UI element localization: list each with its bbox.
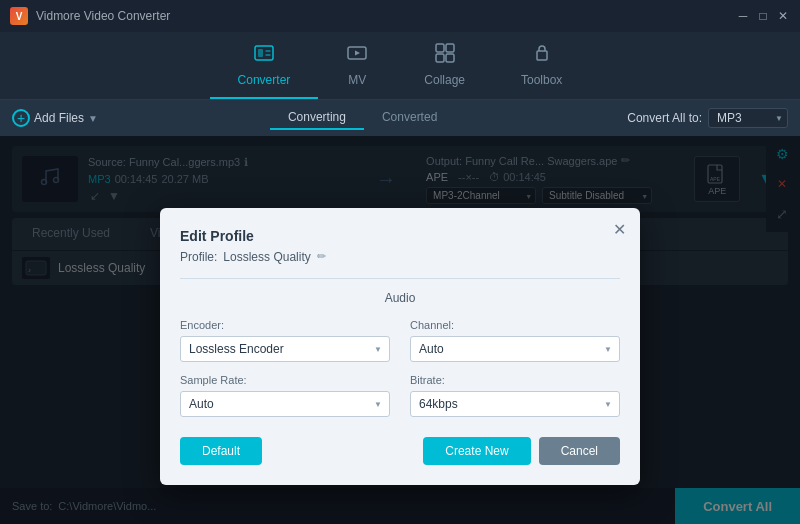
- dialog-close-button[interactable]: ✕: [613, 220, 626, 239]
- nav-tabs: Converter MV Collage Toolb: [0, 32, 800, 100]
- app-icon: V: [10, 7, 28, 25]
- tab-collage[interactable]: Collage: [396, 38, 493, 99]
- sample-rate-select[interactable]: Auto 44100 48000 96000: [180, 391, 390, 417]
- add-files-button[interactable]: + Add Files ▼: [12, 109, 98, 127]
- create-new-button[interactable]: Create New: [423, 437, 530, 465]
- mv-icon: [346, 42, 368, 69]
- bitrate-label: Bitrate:: [410, 374, 620, 386]
- encoder-label: Encoder:: [180, 319, 390, 331]
- convert-all-select-wrapper: MP3 MP4 AAC FLAC WAV APE: [708, 108, 788, 128]
- convert-all-label: Convert All to:: [627, 111, 702, 125]
- dialog-title: Edit Profile: [180, 228, 620, 244]
- dialog-form-grid: Encoder: Lossless Encoder MP3 AAC FLAC C…: [180, 319, 620, 417]
- svg-rect-1: [258, 49, 263, 57]
- bitrate-row: Bitrate: 64kbps 128kbps 192kbps 320kbps: [410, 374, 620, 417]
- tab-converter-label: Converter: [238, 73, 291, 87]
- convert-all-select[interactable]: MP3 MP4 AAC FLAC WAV APE: [708, 108, 788, 128]
- bitrate-select[interactable]: 64kbps 128kbps 192kbps 320kbps: [410, 391, 620, 417]
- tab-toolbox-label: Toolbox: [521, 73, 562, 87]
- default-button[interactable]: Default: [180, 437, 262, 465]
- tab-converted[interactable]: Converted: [364, 106, 455, 130]
- tab-mv-label: MV: [348, 73, 366, 87]
- close-button[interactable]: ✕: [776, 9, 790, 23]
- dialog-footer-right: Create New Cancel: [423, 437, 620, 465]
- tab-converting[interactable]: Converting: [270, 106, 364, 130]
- sample-rate-row: Sample Rate: Auto 44100 48000 96000: [180, 374, 390, 417]
- toolbox-icon: [531, 42, 553, 69]
- convert-all: Convert All to: MP3 MP4 AAC FLAC WAV APE: [627, 108, 788, 128]
- encoder-row: Encoder: Lossless Encoder MP3 AAC FLAC: [180, 319, 390, 362]
- converter-icon: [253, 42, 275, 69]
- svg-rect-4: [446, 44, 454, 52]
- sample-rate-label: Sample Rate:: [180, 374, 390, 386]
- title-bar-left: V Vidmore Video Converter: [10, 7, 170, 25]
- add-files-label: Add Files: [34, 111, 84, 125]
- title-bar: V Vidmore Video Converter ─ □ ✕: [0, 0, 800, 32]
- tab-collage-label: Collage: [424, 73, 465, 87]
- add-icon: +: [12, 109, 30, 127]
- channel-select-dialog[interactable]: Auto Mono Stereo: [410, 336, 620, 362]
- tab-toolbox[interactable]: Toolbox: [493, 38, 590, 99]
- dialog-overlay: Edit Profile ✕ Profile: Lossless Quality…: [0, 136, 800, 524]
- main-content: Source: Funny Cal...ggers.mp3 ℹ MP3 00:1…: [0, 136, 800, 524]
- cancel-button[interactable]: Cancel: [539, 437, 620, 465]
- collage-icon: [434, 42, 456, 69]
- tab-mv[interactable]: MV: [318, 38, 396, 99]
- toolbar-left: + Add Files ▼: [12, 109, 98, 127]
- dialog-divider: [180, 278, 620, 279]
- svg-rect-5: [436, 54, 444, 62]
- dialog-footer: Default Create New Cancel: [180, 437, 620, 465]
- channel-row: Channel: Auto Mono Stereo: [410, 319, 620, 362]
- title-bar-controls: ─ □ ✕: [736, 9, 790, 23]
- tab-converter[interactable]: Converter: [210, 38, 319, 99]
- dialog-profile: Profile: Lossless Quality ✏: [180, 250, 620, 264]
- svg-rect-7: [537, 51, 547, 60]
- toolbar: + Add Files ▼ Converting Converted Conve…: [0, 100, 800, 136]
- dropdown-arrow-icon: ▼: [88, 113, 98, 124]
- profile-edit-icon[interactable]: ✏: [317, 250, 326, 263]
- svg-rect-0: [255, 46, 273, 60]
- maximize-button[interactable]: □: [756, 9, 770, 23]
- toolbar-tabs: Converting Converted: [270, 106, 455, 130]
- dialog-section-title: Audio: [180, 291, 620, 305]
- app-title: Vidmore Video Converter: [36, 9, 170, 23]
- edit-profile-dialog: Edit Profile ✕ Profile: Lossless Quality…: [160, 208, 640, 485]
- encoder-select[interactable]: Lossless Encoder MP3 AAC FLAC: [180, 336, 390, 362]
- channel-label: Channel:: [410, 319, 620, 331]
- minimize-button[interactable]: ─: [736, 9, 750, 23]
- svg-rect-6: [446, 54, 454, 62]
- svg-rect-3: [436, 44, 444, 52]
